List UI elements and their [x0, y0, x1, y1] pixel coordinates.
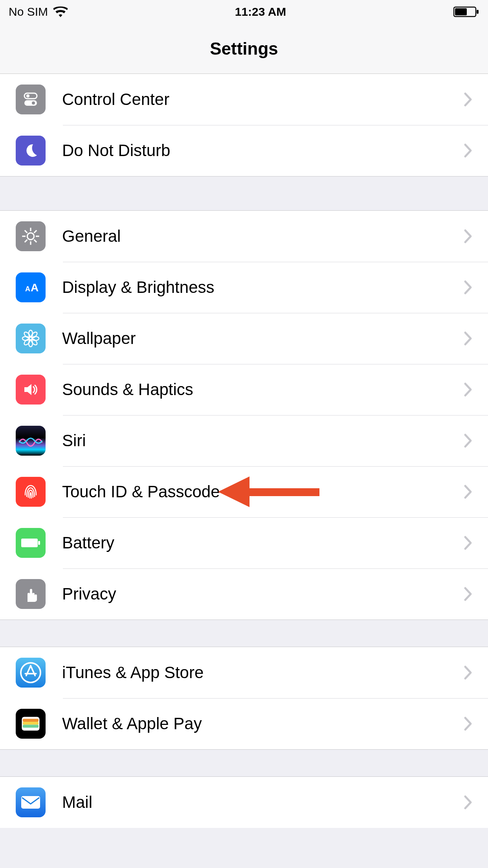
settings-row-itunes-app-store[interactable]: iTunes & App Store — [0, 647, 488, 698]
chevron-right-icon — [464, 280, 472, 295]
settings-group: GeneralAADisplay & BrightnessWallpaperSo… — [0, 211, 488, 620]
settings-row-label: Wallet & Apple Pay — [62, 714, 464, 733]
chevron-right-icon — [464, 382, 472, 397]
fingerprint-icon — [16, 477, 46, 507]
settings-row-label: Privacy — [62, 585, 464, 603]
chevron-right-icon — [464, 433, 472, 448]
settings-row-siri[interactable]: Siri — [0, 415, 488, 466]
svg-rect-3 — [24, 93, 37, 99]
chevron-right-icon — [464, 535, 472, 550]
settings-row-label: Display & Brightness — [62, 278, 464, 297]
settings-row-label: Do Not Disturb — [62, 141, 464, 160]
speaker-icon — [16, 375, 46, 405]
settings-row-control-center[interactable]: Control Center — [0, 74, 488, 125]
settings-row-label: Sounds & Haptics — [62, 380, 464, 399]
settings-row-general[interactable]: General — [0, 211, 488, 262]
moon-icon — [16, 136, 46, 166]
settings-row-label: Control Center — [62, 90, 464, 109]
svg-point-25 — [30, 331, 38, 339]
svg-line-14 — [34, 230, 37, 233]
chevron-right-icon — [464, 229, 472, 244]
appstore-icon — [16, 658, 46, 688]
svg-rect-5 — [24, 100, 37, 106]
wifi-icon — [53, 6, 68, 17]
flower-icon — [16, 324, 46, 353]
settings-group: iTunes & App StoreWallet & Apple Pay — [0, 647, 488, 749]
svg-rect-34 — [23, 722, 39, 725]
settings-row-do-not-disturb[interactable]: Do Not Disturb — [0, 125, 488, 176]
battery-icon — [16, 528, 46, 558]
settings-row-label: General — [62, 227, 464, 246]
svg-point-4 — [26, 94, 29, 97]
settings-group: Mail — [0, 777, 488, 828]
settings-row-battery[interactable]: Battery — [0, 517, 488, 568]
settings-row-label: iTunes & App Store — [62, 663, 464, 682]
envelope-icon — [16, 787, 46, 817]
svg-rect-33 — [23, 719, 39, 722]
chevron-right-icon — [464, 92, 472, 107]
settings-row-sounds-haptics[interactable]: Sounds & Haptics — [0, 364, 488, 415]
chevron-right-icon — [464, 143, 472, 158]
siri-icon — [16, 426, 46, 456]
group-separator — [0, 620, 488, 647]
svg-point-23 — [23, 331, 31, 339]
svg-line-15 — [25, 240, 28, 243]
settings-row-wallet-apple-pay[interactable]: Wallet & Apple Pay — [0, 698, 488, 749]
svg-point-26 — [23, 338, 31, 346]
status-time: 11:23 AM — [235, 5, 286, 18]
settings-group: Control CenterDo Not Disturb — [0, 74, 488, 176]
settings-row-label: Siri — [62, 431, 464, 450]
chevron-right-icon — [464, 795, 472, 810]
svg-text:A: A — [25, 285, 30, 293]
settings-row-label: Wallpaper — [62, 329, 464, 348]
settings-row-touch-id-passcode[interactable]: Touch ID & Passcode — [0, 466, 488, 517]
svg-point-24 — [30, 338, 38, 346]
svg-rect-29 — [21, 539, 38, 547]
svg-rect-36 — [21, 796, 40, 809]
chevron-right-icon — [464, 665, 472, 680]
svg-rect-2 — [477, 10, 479, 14]
group-separator — [0, 176, 488, 211]
svg-text:A: A — [31, 281, 39, 294]
svg-rect-30 — [38, 541, 40, 545]
settings-row-label: Touch ID & Passcode — [62, 482, 464, 501]
settings-row-label: Mail — [62, 793, 464, 812]
group-separator — [0, 749, 488, 777]
svg-line-12 — [25, 230, 28, 233]
status-bar: No SIM 11:23 AM — [0, 0, 488, 24]
settings-row-privacy[interactable]: Privacy — [0, 568, 488, 620]
chevron-right-icon — [464, 716, 472, 731]
settings-row-display-brightness[interactable]: AADisplay & Brightness — [0, 262, 488, 313]
svg-line-13 — [34, 240, 37, 243]
carrier-text: No SIM — [9, 5, 48, 18]
settings-row-label: Battery — [62, 533, 464, 552]
chevron-right-icon — [464, 587, 472, 601]
settings-row-mail[interactable]: Mail — [0, 777, 488, 828]
wallet-icon — [16, 709, 46, 739]
settings-row-wallpaper[interactable]: Wallpaper — [0, 313, 488, 364]
gear-icon — [16, 221, 46, 251]
svg-point-7 — [27, 233, 34, 239]
svg-point-6 — [32, 101, 35, 105]
toggles-icon — [16, 85, 46, 114]
chevron-right-icon — [464, 331, 472, 346]
settings-list[interactable]: Control CenterDo Not DisturbGeneralAADis… — [0, 74, 488, 828]
svg-rect-35 — [23, 725, 39, 728]
svg-rect-1 — [455, 8, 467, 15]
page-title: Settings — [210, 39, 278, 59]
text-size-icon: AA — [16, 272, 46, 302]
chevron-right-icon — [464, 484, 472, 499]
nav-header: Settings — [0, 24, 488, 74]
battery-status-icon — [453, 6, 479, 17]
hand-icon — [16, 579, 46, 609]
